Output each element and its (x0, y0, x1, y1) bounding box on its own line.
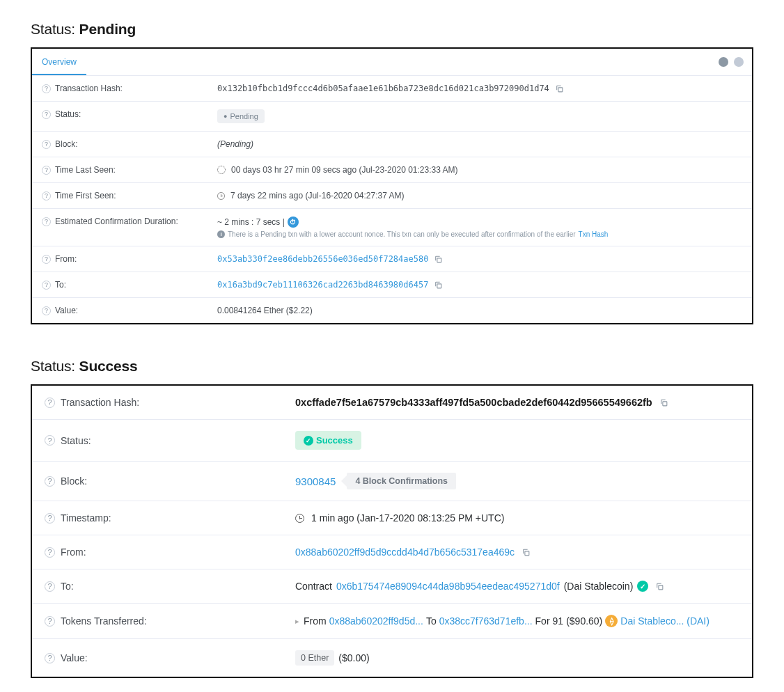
label-timestamp: Timestamp: (61, 512, 111, 524)
spinner-icon (217, 166, 226, 174)
txn-hash-link[interactable]: Txn Hash (579, 230, 609, 238)
label-tokens: Tokens Transferred: (61, 615, 147, 627)
help-icon[interactable]: ? (42, 306, 51, 315)
token-from-link[interactable]: 0x88ab60202ff9d5d... (329, 615, 423, 627)
help-icon[interactable]: ? (45, 435, 55, 446)
row-value: ?Value: 0 Ether ($0.00) (32, 639, 752, 677)
heading-pending: Status: Pending (31, 21, 753, 38)
pending-panel: Overview ?Transaction Hash: 0x132b10fbcb… (31, 47, 753, 324)
gauge-icon: ⏱ (288, 217, 299, 228)
label-status: Status: (55, 109, 81, 119)
heading-pending-status: Pending (79, 21, 136, 37)
from-address-link[interactable]: 0x53ab330f2ee86debb26556e036ed50f7284ae5… (217, 254, 428, 264)
arrow-icon: ▸ (295, 617, 299, 626)
help-icon[interactable]: ? (45, 476, 55, 487)
label-time-last: Time Last Seen: (55, 165, 116, 175)
label-status: Status: (61, 435, 91, 446)
svg-rect-1 (437, 258, 441, 262)
status-dots (719, 57, 744, 67)
row-time-last: ?Time Last Seen: 00 days 03 hr 27 min 09… (32, 157, 752, 183)
help-icon[interactable]: ? (42, 191, 51, 200)
token-to-link[interactable]: 0x38cc7f763d71efb... (439, 615, 533, 627)
value-ether: 0.00841264 Ether ($2.22) (217, 306, 313, 315)
token-amount: 91 (553, 615, 564, 627)
clock-icon (295, 514, 304, 523)
row-txhash: ?Transaction Hash: 0x132b10fbcb1d9fccc4d… (32, 76, 752, 102)
label-txhash: Transaction Hash: (61, 397, 139, 408)
row-to: ?To: Contract 0x6b175474e89094c44da98b95… (32, 569, 752, 604)
help-icon[interactable]: ? (45, 398, 55, 408)
row-timestamp: ?Timestamp: 1 min ago (Jan-17-2020 08:13… (32, 501, 752, 535)
help-icon[interactable]: ? (45, 581, 55, 592)
label-from: From: (55, 254, 77, 264)
value-timestamp: 1 min ago (Jan-17-2020 08:13:25 PM +UTC) (311, 512, 504, 524)
value-time-first: 7 days 22 mins ago (Jul-16-2020 04:27:37… (230, 191, 404, 200)
to-address-link[interactable]: 0x6b175474e89094c44da98b954eedeac495271d… (336, 581, 560, 592)
value-est-conf: ~ 2 mins : 7 secs | (217, 217, 285, 227)
copy-icon[interactable] (522, 547, 531, 557)
row-txhash: ?Transaction Hash: 0xcffade7f5e1a67579cb… (32, 386, 752, 420)
help-icon[interactable]: ? (42, 217, 51, 226)
row-status: ?Status: ●Pending (32, 102, 752, 132)
svg-rect-4 (525, 551, 529, 555)
label-value: Value: (61, 652, 88, 663)
copy-icon[interactable] (434, 280, 444, 290)
help-icon[interactable]: ? (42, 84, 51, 93)
block-confirmations: 4 Block Confirmations (347, 473, 456, 489)
value-usd: ($0.00) (338, 652, 369, 663)
status-badge: ●Pending (217, 109, 265, 123)
token-name-link[interactable]: Dai Stableco... (DAI) (620, 615, 709, 627)
row-value: ?Value: 0.00841264 Ether ($2.22) (32, 298, 752, 323)
label-to: To: (61, 581, 74, 592)
label-time-first: Time First Seen: (55, 191, 116, 200)
dot-icon (719, 57, 728, 67)
svg-rect-2 (437, 283, 441, 288)
row-block: ?Block: 9300845 4 Block Confirmations (32, 462, 752, 501)
help-icon[interactable]: ? (42, 255, 51, 264)
dai-token-icon: ⟠ (605, 615, 618, 627)
label-block: Block: (61, 475, 87, 487)
help-icon[interactable]: ? (42, 166, 51, 175)
to-prefix: Contract (295, 581, 332, 592)
help-icon[interactable]: ? (45, 547, 55, 558)
value-time-last: 00 days 03 hr 27 min 09 secs ago (Jul-23… (231, 165, 458, 175)
help-icon[interactable]: ? (45, 616, 55, 627)
row-from: ?From: 0x88ab60202ff9d5d9ccdd4b4d7b656c5… (32, 535, 752, 569)
help-icon[interactable]: ? (42, 281, 51, 290)
row-time-first: ?Time First Seen: 7 days 22 mins ago (Ju… (32, 183, 752, 209)
label-block: Block: (55, 139, 78, 149)
row-tokens: ?Tokens Transferred: ▸ From 0x88ab60202f… (32, 604, 752, 639)
help-icon[interactable]: ? (42, 140, 51, 149)
help-icon[interactable]: ? (45, 513, 55, 524)
token-from-label: From (304, 615, 327, 627)
tab-bar: Overview (32, 49, 752, 76)
row-block: ?Block: (Pending) (32, 132, 752, 157)
copy-icon[interactable] (434, 254, 444, 264)
info-icon: i (217, 230, 225, 238)
row-from: ?From: 0x53ab330f2ee86debb26556e036ed50f… (32, 246, 752, 272)
label-est-conf: Estimated Confirmation Duration: (55, 217, 178, 226)
token-usd: ($90.60) (566, 615, 602, 627)
heading-success-status: Success (79, 358, 138, 374)
block-link[interactable]: 9300845 (295, 475, 336, 487)
status-badge: ✓ Success (295, 431, 361, 450)
svg-rect-5 (659, 585, 663, 589)
svg-rect-3 (663, 401, 667, 405)
token-for-label: For (535, 615, 550, 627)
help-icon[interactable]: ? (42, 110, 51, 119)
tab-overview[interactable]: Overview (32, 49, 86, 75)
dot-icon (734, 57, 744, 67)
from-address-link[interactable]: 0x88ab60202ff9d5d9ccdd4b4d7b656c5317ea46… (295, 546, 515, 558)
row-to: ?To: 0x16a3bd9c7eb11106326cad2263bd84639… (32, 272, 752, 298)
copy-icon[interactable] (555, 84, 565, 93)
row-status: ?Status: ✓ Success (32, 420, 752, 462)
label-value: Value: (55, 306, 78, 315)
to-address-link[interactable]: 0x16a3bd9c7eb11106326cad2263bd8463980d64… (217, 280, 428, 290)
copy-icon[interactable] (655, 581, 665, 591)
help-icon[interactable]: ? (45, 653, 55, 663)
heading-success-label: Status: (31, 358, 79, 374)
heading-success: Status: Success (31, 358, 753, 375)
token-to-label: To (426, 615, 437, 627)
copy-icon[interactable] (659, 398, 669, 407)
svg-rect-0 (558, 87, 563, 91)
